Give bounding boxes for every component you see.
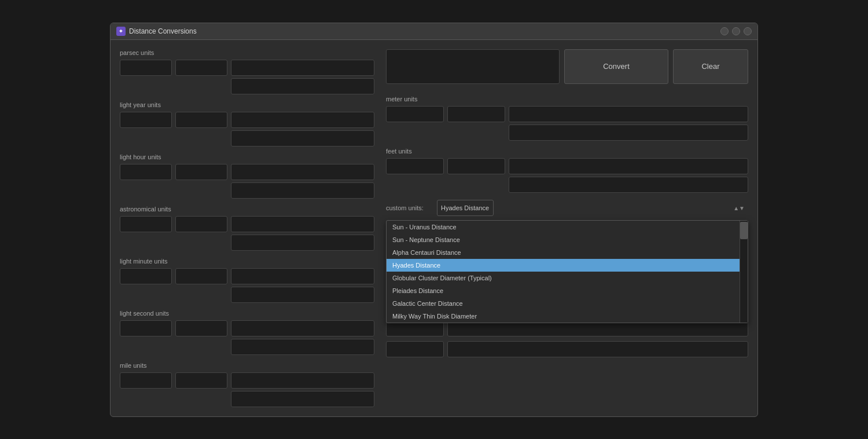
close-button[interactable] [744,27,752,35]
custom3-input-3[interactable] [386,341,444,357]
lightminute-row-1 [120,268,374,284]
mile-section: mile units [120,362,374,407]
parsec-input-3[interactable] [231,60,374,76]
lighthour-input-1[interactable] [120,164,172,180]
mile-row-2 [120,391,374,407]
feet-input-2[interactable] [447,158,505,174]
lightyear-section: light year units [120,101,374,147]
dropdown-item-alpha-centauri[interactable]: Alpha Centauri Distance [387,246,740,259]
parsec-input-4[interactable] [231,78,374,94]
dropdown-scrollbar[interactable] [740,221,748,323]
astronomical-input-1[interactable] [120,216,172,232]
lighthour-input-2[interactable] [175,164,227,180]
meter-input-3[interactable] [509,106,748,122]
titlebar-left: ✦ Distance Conversions [116,27,197,36]
astronomical-input-2[interactable] [175,216,227,232]
astronomical-row-2 [120,235,374,251]
dropdown-item-pleiades[interactable]: Pleiades Distance [387,284,740,297]
custom1-select-wrapper: Hyades Distance ▲▼ [437,200,748,216]
custom1-select-arrow-icon: ▲▼ [733,204,745,211]
lighthour-label: light hour units [120,153,374,160]
parsec-label: parsec units [120,49,374,56]
feet-input-3[interactable] [509,158,748,174]
lightminute-input-3[interactable] [231,268,374,284]
titlebar: ✦ Distance Conversions [111,23,757,40]
astronomical-section: astronomical units [120,206,374,251]
meter-label: meter units [386,96,748,103]
convert-button[interactable]: Convert [564,49,668,84]
astronomical-input-3[interactable] [231,216,374,232]
mile-input-4[interactable] [231,391,374,407]
lightyear-input-3[interactable] [231,112,374,128]
minimize-button[interactable] [720,27,729,35]
lightminute-input-2[interactable] [175,268,227,284]
mile-input-2[interactable] [175,372,227,389]
lighthour-section: light hour units [120,153,374,199]
lightminute-label: light minute units [120,258,374,265]
lightsecond-input-3[interactable] [231,320,374,336]
content-area: parsec units light year units [111,40,757,416]
feet-row-1 [386,158,748,174]
top-input-area [386,49,560,84]
feet-row-2 [386,177,748,193]
meter-input-2[interactable] [447,106,505,122]
lightminute-input-1[interactable] [120,268,172,284]
clear-button[interactable]: Clear [673,49,748,84]
meter-section: meter units [386,96,748,141]
maximize-button[interactable] [732,27,740,35]
titlebar-controls [720,27,752,35]
lightminute-input-4[interactable] [231,287,374,303]
lightyear-label: light year units [120,101,374,108]
lightyear-row-1 [120,112,374,128]
lightsecond-label: light second units [120,310,374,317]
astronomical-row-1 [120,216,374,232]
custom1-row: custom units: Hyades Distance ▲▼ [386,200,748,216]
parsec-input-2[interactable] [175,60,227,76]
lightyear-row-2 [120,130,374,147]
scrollbar-thumb [740,222,748,239]
right-panel: Convert Clear meter units feet [386,49,748,407]
meter-input-4[interactable] [509,125,748,141]
lighthour-input-3[interactable] [231,164,374,180]
left-panel: parsec units light year units [120,49,374,407]
lightsecond-input-1[interactable] [120,320,172,336]
lightminute-row-2 [120,287,374,303]
feet-input-1[interactable] [386,158,444,174]
window-title: Distance Conversions [129,27,197,35]
lightsecond-row-2 [120,339,374,355]
feet-label: feet units [386,148,748,155]
top-action-row: Convert Clear [386,49,748,84]
mile-input-3[interactable] [231,372,374,389]
dropdown-item-sun-neptune[interactable]: Sun - Neptune Distance [387,233,740,246]
lightminute-section: light minute units [120,258,374,303]
parsec-row-1 [120,60,374,76]
lightsecond-row-1 [120,320,374,336]
lightsecond-input-4[interactable] [231,339,374,355]
lightsecond-input-2[interactable] [175,320,227,336]
mile-input-1[interactable] [120,372,172,389]
lightyear-input-4[interactable] [231,130,374,147]
custom3-input-4[interactable] [447,341,748,357]
dropdown-item-sun-uranus[interactable]: Sun - Uranus Distance [387,221,740,233]
parsec-row-2 [120,78,374,94]
main-window: ✦ Distance Conversions parsec units [110,23,758,417]
custom3-inputs-row-2 [386,341,748,357]
mile-row-1 [120,372,374,389]
custom1-select[interactable]: Hyades Distance [437,200,494,216]
lightyear-input-1[interactable] [120,112,172,128]
meter-row-2 [386,125,748,141]
parsec-input-1[interactable] [120,60,172,76]
custom1-dropdown[interactable]: Sun - Uranus Distance Sun - Neptune Dist… [386,220,748,323]
feet-section: feet units [386,148,748,193]
astronomical-label: astronomical units [120,206,374,213]
lighthour-input-4[interactable] [231,182,374,199]
dropdown-item-milky-way[interactable]: Milky Way Thin Disk Diameter [387,310,740,323]
meter-input-1[interactable] [386,106,444,122]
dropdown-item-galactic-center[interactable]: Galactic Center Distance [387,297,740,310]
lighthour-row-2 [120,182,374,199]
astronomical-input-4[interactable] [231,235,374,251]
dropdown-item-hyades[interactable]: Hyades Distance [387,259,740,272]
lightyear-input-2[interactable] [175,112,227,128]
feet-input-4[interactable] [509,177,748,193]
dropdown-item-globular[interactable]: Globular Cluster Diameter (Typical) [387,272,740,284]
